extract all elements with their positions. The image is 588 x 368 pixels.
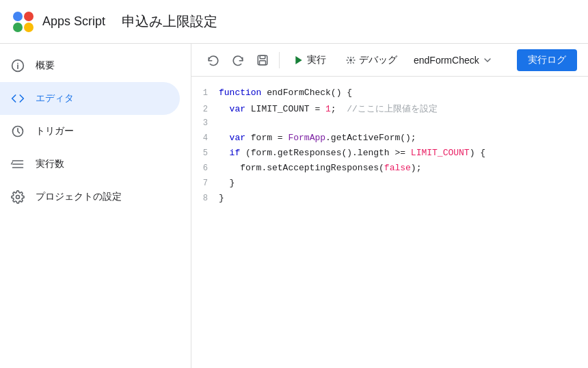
code-line-6: 6 form.setAcceptingResponses(false); — [191, 163, 588, 178]
code-content-5: if (form.getResponses().length >= LIMIT_… — [219, 148, 485, 158]
sidebar-item-overview[interactable]: 概要 — [0, 49, 180, 82]
code-line-7: 7 } — [191, 178, 588, 193]
main-layout: 概要 エディタ トリガー — [0, 44, 588, 368]
svg-rect-15 — [260, 60, 266, 64]
undo-icon — [207, 54, 219, 66]
sidebar-label-settings: プロジェクトの設定 — [36, 191, 122, 203]
toolbar: 実行 デバッグ endFormCheck 実行ログ — [191, 44, 588, 77]
redo-icon — [232, 54, 244, 66]
app-name: Apps Script — [42, 14, 105, 29]
code-content-8: } — [219, 193, 224, 203]
save-icon — [256, 54, 269, 66]
editor-icon — [11, 92, 25, 105]
gear-icon — [11, 190, 25, 204]
chevron-down-icon — [482, 55, 493, 66]
run-button[interactable]: 実行 — [285, 49, 334, 71]
svg-point-2 — [24, 12, 34, 21]
line-number-3: 3 — [197, 118, 219, 128]
svg-point-7 — [17, 63, 18, 64]
toolbar-divider-1 — [279, 52, 280, 68]
svg-rect-14 — [260, 55, 265, 59]
svg-point-4 — [24, 23, 34, 32]
line-number-4: 4 — [197, 133, 219, 143]
debug-button[interactable]: デバッグ — [337, 49, 405, 71]
sidebar-label-executions: 実行数 — [36, 158, 64, 170]
debug-icon — [345, 55, 356, 66]
code-content-7: } — [219, 178, 235, 188]
content-area: 実行 デバッグ endFormCheck 実行ログ 1 functio — [191, 44, 588, 368]
sidebar-label-editor: エディタ — [36, 92, 74, 105]
list-icon — [11, 157, 25, 171]
code-editor[interactable]: 1 function endFormCheck() { 2 var LIMIT_… — [191, 77, 588, 368]
clock-icon — [11, 124, 25, 138]
line-number-7: 7 — [197, 179, 219, 188]
run-label: 実行 — [307, 54, 326, 66]
code-content-1: function endFormCheck() { — [219, 88, 352, 98]
sidebar-label-triggers: トリガー — [36, 125, 74, 137]
sidebar-item-editor[interactable]: エディタ — [0, 82, 180, 115]
code-line-5: 5 if (form.getResponses().length >= LIMI… — [191, 148, 588, 163]
line-number-8: 8 — [197, 194, 219, 203]
code-line-4: 4 var form = FormApp.getActiveForm(); — [191, 133, 588, 148]
line-number-6: 6 — [197, 163, 219, 173]
sidebar: 概要 エディタ トリガー — [0, 44, 191, 368]
sidebar-label-overview: 概要 — [36, 60, 55, 72]
svg-point-3 — [13, 23, 23, 32]
code-line-3: 3 — [191, 118, 588, 133]
function-name: endFormCheck — [414, 55, 479, 66]
line-number-5: 5 — [197, 148, 219, 158]
code-line-2: 2 var LIMIT_COUNT = 1; //ここに上限値を設定 — [191, 103, 588, 118]
code-content-2: var LIMIT_COUNT = 1; //ここに上限値を設定 — [219, 103, 438, 115]
project-title: 申込み上限設定 — [122, 12, 217, 31]
play-icon — [293, 55, 304, 66]
redo-button[interactable] — [227, 49, 249, 71]
header: Apps Script 申込み上限設定 — [0, 0, 588, 44]
svg-point-1 — [13, 12, 23, 21]
svg-marker-16 — [295, 56, 302, 64]
sidebar-item-settings[interactable]: プロジェクトの設定 — [0, 181, 180, 213]
logo-area: Apps Script — [11, 10, 105, 34]
code-line-8: 8 } — [191, 193, 588, 208]
info-icon — [11, 59, 25, 73]
exec-log-button[interactable]: 実行ログ — [517, 49, 577, 71]
code-content-6: form.setAcceptingResponses(false); — [219, 163, 421, 173]
debug-label: デバッグ — [359, 54, 397, 66]
line-number-1: 1 — [197, 88, 219, 98]
function-selector[interactable]: endFormCheck — [408, 49, 498, 71]
sidebar-item-executions[interactable]: 実行数 — [0, 148, 180, 181]
svg-point-17 — [349, 59, 352, 62]
code-content-3 — [219, 118, 224, 128]
apps-script-logo — [11, 10, 36, 34]
undo-button[interactable] — [202, 49, 224, 71]
save-button[interactable] — [252, 49, 273, 71]
svg-point-12 — [16, 196, 20, 199]
line-number-2: 2 — [197, 105, 219, 114]
code-line-1: 1 function endFormCheck() { — [191, 88, 588, 103]
code-content-4: var form = FormApp.getActiveForm(); — [219, 133, 416, 143]
sidebar-item-triggers[interactable]: トリガー — [0, 115, 180, 148]
